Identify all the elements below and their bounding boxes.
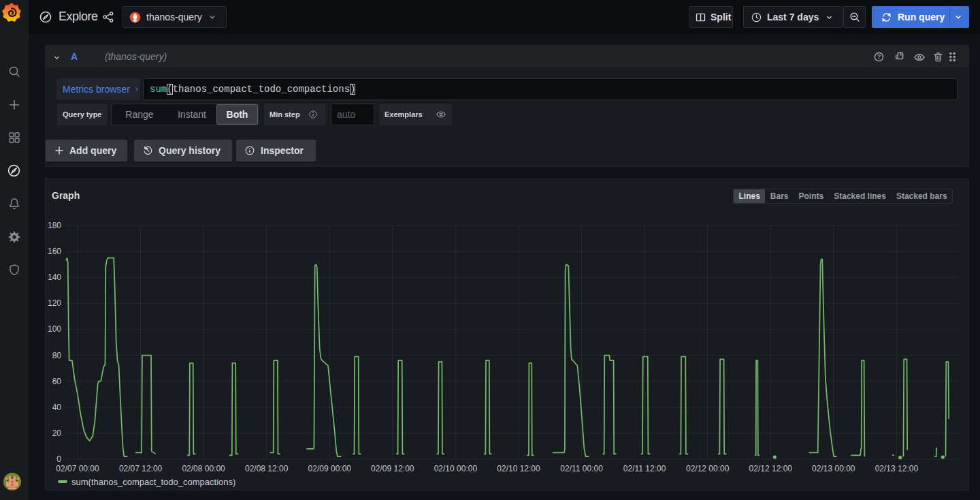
svg-text:02/07 12:00: 02/07 12:00 [119, 464, 163, 473]
svg-text:02/08 00:00: 02/08 00:00 [182, 464, 225, 473]
svg-text:02/09 12:00: 02/09 12:00 [371, 464, 414, 473]
svg-text:40: 40 [52, 403, 62, 412]
svg-text:0: 0 [56, 454, 61, 464]
svg-text:02/13 12:00: 02/13 12:00 [875, 464, 919, 473]
svg-text:?: ? [877, 53, 881, 60]
svg-text:160: 160 [48, 247, 61, 256]
svg-text:180: 180 [48, 221, 61, 230]
svg-text:120: 120 [48, 298, 61, 308]
svg-text:02/12 12:00: 02/12 12:00 [749, 464, 793, 473]
svg-text:02/10 12:00: 02/10 12:00 [497, 464, 540, 473]
svg-text:02/08 12:00: 02/08 12:00 [245, 464, 289, 473]
svg-text:80: 80 [52, 351, 62, 360]
svg-text:140: 140 [48, 272, 61, 282]
svg-text:02/09 00:00: 02/09 00:00 [308, 464, 352, 473]
svg-text:02/07 00:00: 02/07 00:00 [56, 464, 99, 473]
svg-text:02/12 00:00: 02/12 00:00 [686, 464, 730, 473]
svg-text:20: 20 [52, 428, 62, 438]
svg-text:02/11 12:00: 02/11 12:00 [623, 464, 666, 473]
svg-text:02/13 00:00: 02/13 00:00 [812, 464, 855, 473]
svg-text:60: 60 [52, 377, 62, 386]
svg-text:02/10 00:00: 02/10 00:00 [434, 464, 478, 473]
svg-text:100: 100 [48, 324, 61, 334]
svg-text:02/11 00:00: 02/11 00:00 [560, 464, 603, 473]
